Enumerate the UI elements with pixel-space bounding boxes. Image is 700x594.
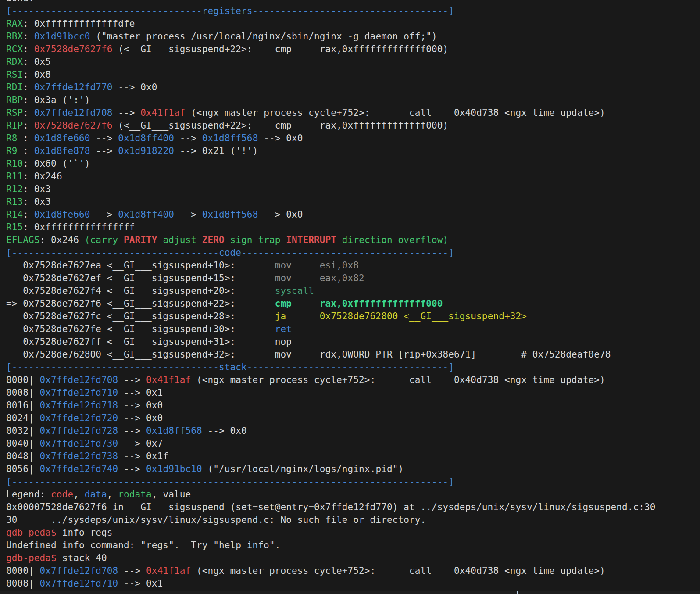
instruction: ja 0x7528de762800 <__GI___sigsuspend+32> — [236, 311, 527, 322]
register-name: RCX — [6, 44, 23, 54]
current-instruction-marker: => — [6, 298, 23, 309]
terminal-output[interactable]: done.[----------------------------------… — [6, 0, 700, 594]
register-value: : 0xfffffffffffffdfe — [23, 18, 135, 29]
prompt: gdb-peda$ — [6, 553, 57, 563]
text-segment: --> 0x0 — [258, 133, 303, 143]
text-segment: Undefined info command: "regs". Try "hel… — [6, 540, 280, 551]
symbol-info: (<ngx_master_process_cycle+752>: call 0x… — [185, 107, 605, 118]
register-r13: R13: 0x3 — [6, 196, 700, 208]
symbol-info: (<ngx_master_process_cycle+752>: call 0x… — [191, 565, 605, 576]
text-segment: --> — [118, 464, 146, 474]
text-segment: : — [23, 82, 34, 93]
register-rsi: RSI: 0x8 — [6, 68, 700, 81]
register-r15: R15: 0xffffffffffffffff — [6, 221, 700, 234]
code-line-current: => 0x7528de7627f6 <__GI___sigsuspend+22>… — [6, 297, 700, 310]
flag-clear: adjust — [157, 235, 202, 245]
stack-offset: 0016| — [6, 400, 40, 411]
section-separator-text: [-------------------------------------st… — [6, 362, 454, 372]
text-segment: : — [18, 133, 34, 143]
register-rdx: RDX: 0x5 — [6, 56, 700, 68]
text-segment: --> 0x0 — [113, 82, 157, 93]
memory-address: 0x7ffde12fd738 — [40, 451, 118, 462]
register-r14: R14: 0x1d8fe660 --> 0x1d8ff400 --> 0x1d8… — [6, 208, 700, 221]
symbol-info: (<__GI___sigsuspend+22>: cmp rax,0xfffff… — [113, 44, 449, 54]
register-name: R10 — [6, 158, 23, 169]
stack-line: 0000| 0x7ffde12fd708 --> 0x41f1af (<ngx_… — [6, 565, 700, 577]
text-segment: --> 0x7 — [118, 438, 163, 449]
memory-address: 0x7ffde12fd708 — [40, 375, 118, 385]
register-eflags: EFLAGS: 0x246 (carry PARITY adjust ZERO … — [6, 234, 700, 247]
prompt-line: gdb-peda$ stack 40 — [6, 552, 700, 565]
stack-line: 0008| 0x7ffde12fd710 --> 0x1 — [6, 386, 700, 399]
flag-set: INTERRUPT — [286, 235, 336, 245]
text-segment: done. — [6, 0, 34, 4]
text-segment: , — [73, 489, 85, 500]
cursor-tick — [517, 591, 518, 594]
register-rax: RAX: 0xfffffffffffffdfe — [6, 18, 700, 30]
text-segment: : — [23, 107, 34, 118]
register-value: : 0x3 — [23, 184, 51, 194]
register-value: : 0x246 — [40, 235, 85, 245]
instruction: syscall — [236, 286, 319, 296]
instruction-address: 0x7528de762800 <__GI___sigsuspend+32>: — [6, 349, 236, 360]
memory-address: 0x1d8fe660 — [34, 133, 90, 143]
string-value: ("/usr/local/nginx/logs/nginx.pid") — [202, 464, 404, 474]
register-name: RIP — [6, 120, 23, 131]
text-segment: --> — [174, 209, 202, 220]
register-r8: R8 : 0x1d8fe660 --> 0x1d8ff400 --> 0x1d8… — [6, 132, 700, 145]
separator-registers: [----------------------------------regis… — [6, 5, 700, 18]
memory-address: 0x7ffde12fd710 — [40, 387, 118, 398]
section-separator-text: [-------------------------------------co… — [6, 247, 454, 258]
separator-bottom: [---------------------------------------… — [6, 476, 700, 488]
code-line: 0x7528de7627fe <__GI___sigsuspend+30>: r… — [6, 323, 700, 336]
register-value: : 0x8 — [23, 69, 51, 80]
string-value: ("master process /usr/local/nginx/sbin/n… — [90, 31, 437, 42]
code-line: 0x7528de7627ef <__GI___sigsuspend+15>: m… — [6, 272, 700, 285]
register-rdi: RDI: 0x7ffde12fd770 --> 0x0 — [6, 81, 700, 94]
bottom-strip — [0, 591, 700, 594]
register-name: RDI — [6, 82, 23, 93]
instruction-address: 0x7528de7627ff <__GI___sigsuspend+31>: — [6, 336, 236, 347]
register-name: R8 — [6, 133, 18, 143]
instruction: mov esi,0x8 — [236, 260, 359, 271]
register-name: R12 — [6, 184, 23, 194]
code-line: 0x7528de7627f4 <__GI___sigsuspend+20>: s… — [6, 285, 700, 297]
text-segment: --> 0x1 — [118, 578, 163, 589]
memory-address: 0x1d8ff400 — [118, 133, 174, 143]
separator-code: [-------------------------------------co… — [6, 247, 700, 259]
memory-address: 0x1d8ff568 — [146, 426, 202, 436]
stack-line: 0032| 0x7ffde12fd728 --> 0x1d8ff568 --> … — [6, 425, 700, 437]
register-value: : 0x60 ('`') — [23, 158, 90, 169]
section-separator-text: [---------------------------------------… — [6, 476, 454, 487]
text-segment: 30 ../sysdeps/unix/sysv/linux/sigsuspend… — [6, 515, 426, 525]
text-segment: --> 0x1f — [118, 451, 168, 462]
source-error-line: 30 ../sysdeps/unix/sysv/linux/sigsuspend… — [6, 514, 700, 526]
command: info regs — [57, 527, 113, 538]
register-name: RDX — [6, 57, 23, 67]
memory-address: 0x1d8ff400 — [118, 209, 174, 220]
source-location-line: 0x00007528de7627f6 in __GI___sigsuspend … — [6, 501, 700, 514]
register-name: RSI — [6, 69, 23, 80]
text-segment: --> 0x0 — [118, 400, 163, 411]
stack-offset: 0056| — [6, 464, 40, 474]
register-rbp: RBP: 0x3a (':') — [6, 94, 700, 107]
legend-code: code — [51, 489, 73, 500]
code-line: 0x7528de7627fc <__GI___sigsuspend+28>: j… — [6, 310, 700, 323]
instruction-address: 0x7528de7627f6 <__GI___sigsuspend+22>: — [23, 298, 236, 309]
register-name: R13 — [6, 197, 23, 207]
text-segment: , — [107, 489, 118, 500]
register-value: : 0x3a (':') — [23, 95, 90, 105]
flag-set: PARITY — [124, 235, 157, 245]
memory-address: 0x7ffde12fd730 — [40, 438, 118, 449]
text-segment: --> 0x0 — [118, 413, 163, 423]
memory-address: 0x7ffde12fd740 — [40, 464, 118, 474]
stack-offset: 0040| — [6, 438, 40, 449]
text-segment: --> — [90, 146, 118, 156]
memory-address: 0x41f1af — [140, 107, 185, 118]
stack-offset: 0008| — [6, 578, 40, 589]
code-line: 0x7528de7627ea <__GI___sigsuspend+10>: m… — [6, 259, 700, 272]
instruction: mov eax,0x82 — [236, 273, 364, 283]
flag-clear: (carry — [85, 235, 124, 245]
stack-line: 0040| 0x7ffde12fd730 --> 0x7 — [6, 437, 700, 450]
legend-rodata: rodata — [118, 489, 152, 500]
